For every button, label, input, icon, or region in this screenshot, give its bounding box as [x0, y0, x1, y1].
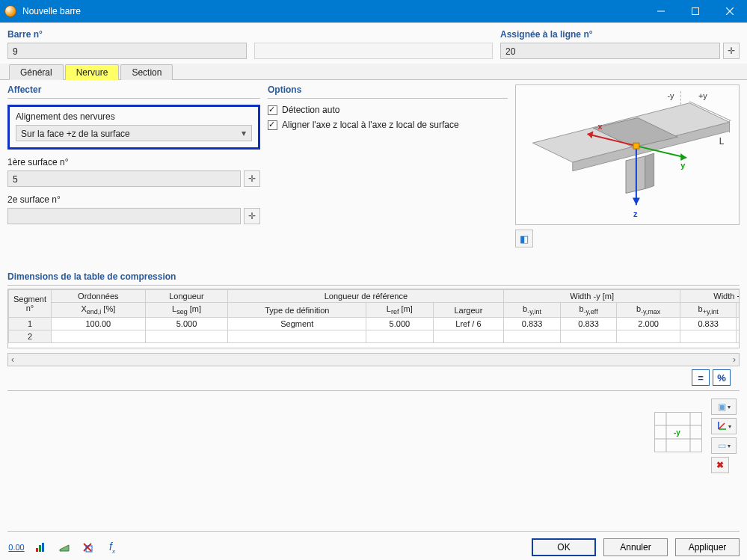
aligner-z-label: Aligner l'axe z local à l'axe z local de… [282, 120, 459, 130]
chevron-down-icon: ▾ [236, 126, 251, 141]
chart-button[interactable] [31, 539, 49, 556]
window-maximize-button[interactable] [678, 0, 713, 22]
svg-text:L: L [719, 136, 725, 147]
surface1-label: 1ère surface n° [7, 157, 260, 167]
alignement-combo[interactable]: Sur la face +z de la surface ▾ [16, 125, 252, 141]
col-bpy-int: b+y,int [680, 303, 736, 318]
svg-text:y: y [680, 161, 685, 170]
col-width-pos-y: Width +y [m] [680, 290, 740, 303]
surface2-field[interactable] [7, 208, 241, 224]
dims-table: Segmentn° Ordonnées Longueur Longueur de… [8, 289, 740, 343]
chart-icon [34, 542, 46, 553]
view-plane-button[interactable]: ▭ ▾ [711, 437, 737, 454]
cancel-button[interactable]: Annuler [603, 538, 668, 556]
col-width-neg-y: Width -y [m] [504, 290, 680, 303]
window-close-button[interactable] [713, 0, 747, 22]
svg-rect-34 [42, 543, 44, 552]
dialog-footer: 0.00 [0, 535, 747, 560]
tab-section[interactable]: Section [120, 64, 173, 80]
lower-preview: -y ▣ ▾ ▾ ▭ ▾ ✖ [7, 390, 740, 487]
assignee-label: Assignée à la ligne n° [500, 29, 740, 40]
surface2-pick-button[interactable]: ✛ [244, 208, 260, 224]
surface1-field[interactable]: 5 [7, 170, 241, 187]
table-row[interactable]: 2 [9, 330, 740, 343]
svg-marker-17 [633, 197, 640, 205]
options-title: Options [268, 84, 508, 99]
chevron-down-icon: ▾ [728, 423, 731, 430]
formula-icon: fx [109, 541, 115, 555]
surface-icon [58, 542, 70, 553]
barre-no-label: Barre n° [7, 29, 247, 40]
apply-button[interactable]: Appliquer [675, 538, 740, 556]
col-longueur: Longueur [145, 290, 228, 303]
svg-rect-1 [692, 8, 699, 15]
pick-line-button[interactable]: ✛ [723, 43, 740, 59]
percent-button[interactable]: % [713, 369, 731, 386]
chevron-right-icon: › [733, 354, 736, 365]
alignement-label: Alignement des nervures [16, 111, 252, 122]
view-axes-button[interactable]: ▾ [711, 418, 737, 434]
delete-x-icon [82, 542, 94, 553]
alignement-highlight: Alignement des nervures Sur la face +z d… [7, 105, 260, 150]
crosshair-icon: ✛ [728, 46, 735, 56]
surface-button[interactable] [55, 539, 73, 556]
mid-blank-field [254, 43, 493, 59]
window-minimize-button[interactable] [644, 0, 678, 22]
svg-marker-35 [60, 545, 69, 551]
col-bny-max: b-y,max [617, 303, 680, 318]
col-largeur: Largeur [433, 303, 504, 318]
alignement-combo-value: Sur la face +z de la surface [16, 126, 236, 141]
window-controls [644, 0, 747, 22]
mini-section-preview: -y [654, 412, 702, 452]
col-ordonnees: Ordonnées [52, 290, 146, 303]
svg-text:x: x [597, 122, 602, 131]
dims-title: Dimensions de la table de compression [7, 271, 740, 286]
crosshair-icon: ✛ [248, 211, 256, 221]
equal-button[interactable]: = [692, 369, 710, 386]
tab-general[interactable]: Général [9, 64, 64, 80]
pos-y-label: +y [698, 91, 707, 100]
svg-marker-9 [645, 153, 654, 188]
table-row[interactable]: 1 100.00 5.000 Segment 5.000 Lref / 6 0.… [9, 318, 740, 330]
detection-auto-checkbox[interactable] [268, 105, 277, 115]
crosshair-icon: ✛ [248, 173, 256, 184]
assignee-field[interactable]: 20 [500, 43, 720, 59]
view-iso-button[interactable]: ▣ ▾ [711, 399, 737, 415]
surface2-label: 2e surface n° [7, 194, 260, 205]
top-header: Barre n° 9 Assignée à la ligne n° 20 ✛ [0, 23, 747, 64]
chevron-left-icon: ‹ [11, 354, 14, 365]
window-title: Nouvelle barre [22, 6, 644, 16]
neg-y-label: -y [667, 91, 674, 100]
surface1-pick-button[interactable]: ✛ [244, 170, 260, 187]
window-titlebar: Nouvelle barre [0, 0, 747, 22]
detection-auto-label: Détection auto [282, 105, 339, 115]
col-bpy-eff: b+y,eff [737, 303, 740, 318]
plane-icon: ▭ [718, 440, 726, 451]
horizontal-scrollbar[interactable]: ‹ › [7, 353, 740, 366]
view-reset-button[interactable]: ✖ [711, 457, 729, 473]
col-bny-eff: b-y,eff [560, 303, 616, 318]
col-xend: Xend,i [%] [52, 303, 146, 318]
preview-tool-button[interactable]: ◧ [515, 230, 533, 247]
panel-dimensions: Dimensions de la table de compression Se… [0, 267, 747, 386]
delete-x-button[interactable] [79, 539, 97, 556]
tab-nervure[interactable]: Nervure [65, 64, 120, 80]
dims-table-wrap[interactable]: Segmentn° Ordonnées Longueur Longueur de… [7, 289, 740, 348]
cube-icon: ◧ [520, 233, 529, 244]
axes-icon [716, 421, 727, 431]
col-typedef: Type de définition [228, 303, 366, 318]
formula-button[interactable]: fx [103, 539, 121, 556]
panel-preview: -y +y x [515, 84, 740, 267]
aligner-z-checkbox[interactable] [268, 120, 277, 130]
svg-rect-33 [39, 545, 41, 552]
units-icon: 0.00 [8, 543, 24, 552]
svg-text:-y: -y [674, 428, 680, 437]
svg-line-31 [719, 423, 725, 429]
reset-icon: ✖ [716, 460, 724, 470]
units-button[interactable]: 0.00 [7, 539, 25, 556]
ok-button[interactable]: OK [532, 538, 596, 556]
barre-no-field[interactable]: 9 [7, 43, 247, 59]
chevron-down-icon: ▾ [728, 443, 731, 449]
col-segment: Segmentn° [9, 290, 52, 318]
panel-options: Options Détection auto Aligner l'axe z l… [268, 84, 508, 267]
